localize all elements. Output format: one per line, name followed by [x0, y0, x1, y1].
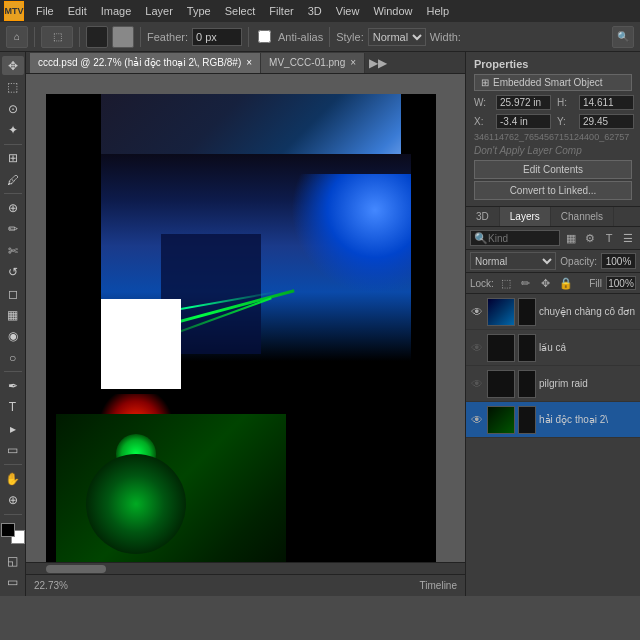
layer-visibility-toggle[interactable]: 👁: [470, 341, 484, 355]
tab-more-btn[interactable]: ▶▶: [369, 56, 387, 70]
tab-layers[interactable]: Layers: [500, 207, 551, 226]
lock-pixels-btn[interactable]: ⬚: [498, 275, 514, 291]
width-label: Width:: [430, 31, 461, 43]
tab-cccd-close[interactable]: ×: [246, 57, 252, 68]
layer-mask-thumbnail: [518, 298, 536, 326]
layer-preview-bottom: [56, 414, 286, 562]
menu-view[interactable]: View: [330, 3, 366, 19]
clone-stamp-tool[interactable]: ✄: [2, 241, 24, 260]
layer-filter-icon2[interactable]: ⚙: [582, 230, 598, 246]
brush-tool[interactable]: ✏: [2, 220, 24, 239]
lock-all-btn[interactable]: 🔒: [558, 275, 574, 291]
tab-mv-close[interactable]: ×: [350, 57, 356, 68]
path-selection-tool[interactable]: ▸: [2, 419, 24, 438]
history-brush-tool[interactable]: ↺: [2, 262, 24, 281]
text-tool[interactable]: T: [2, 398, 24, 417]
hand-tool[interactable]: ✋: [2, 469, 24, 488]
convert-to-linked-button[interactable]: Convert to Linked...: [474, 181, 632, 200]
color-swatches[interactable]: [1, 523, 25, 544]
layer-visibility-toggle[interactable]: 👁: [470, 305, 484, 319]
menu-window[interactable]: Window: [367, 3, 418, 19]
menu-edit[interactable]: Edit: [62, 3, 93, 19]
quick-mask-tool[interactable]: ◱: [2, 551, 24, 570]
menu-type[interactable]: Type: [181, 3, 217, 19]
sep1: [34, 27, 35, 47]
lock-move-btn[interactable]: ✥: [538, 275, 554, 291]
menu-image[interactable]: Image: [95, 3, 138, 19]
style-select[interactable]: Normal: [368, 28, 426, 46]
layer-filter-icon1[interactable]: ▦: [563, 230, 579, 246]
lock-row: Lock: ⬚ ✏ ✥ 🔒 Fill: [466, 273, 640, 294]
x-label: X:: [474, 116, 490, 127]
move-tool[interactable]: ✥: [2, 56, 24, 75]
opacity-input[interactable]: [601, 253, 636, 269]
fill-label: Fill: [589, 278, 602, 289]
eraser-tool[interactable]: ◻: [2, 284, 24, 303]
marquee-tool[interactable]: ⬚: [2, 77, 24, 96]
layers-search-input[interactable]: [488, 233, 556, 244]
screen-mode-tool[interactable]: ▭: [2, 573, 24, 592]
lasso-tool[interactable]: ⊙: [2, 99, 24, 118]
fill-input[interactable]: [606, 276, 636, 290]
horizontal-scrollbar[interactable]: [26, 562, 465, 574]
zoom-level: 22.73%: [34, 580, 68, 591]
options-toolbar: ⌂ ⬚ Feather: Anti-alias Style: Normal Wi…: [0, 22, 640, 52]
embedded-label: Embedded Smart Object: [493, 77, 603, 88]
lock-label: Lock:: [470, 278, 494, 289]
lock-position-btn[interactable]: ✏: [518, 275, 534, 291]
layer-visibility-toggle[interactable]: 👁: [470, 377, 484, 391]
search-button[interactable]: 🔍: [612, 26, 634, 48]
edit-contents-button[interactable]: Edit Contents: [474, 160, 632, 179]
menu-3d[interactable]: 3D: [302, 3, 328, 19]
eyedropper-tool[interactable]: 🖊: [2, 170, 24, 189]
layer-visibility-toggle[interactable]: 👁: [470, 413, 484, 427]
width-row: W: 25.972 in H: 14.611: [470, 93, 636, 112]
layer-item[interactable]: 👁 pilgrim raid: [466, 366, 640, 402]
tab-channels[interactable]: Channels: [551, 207, 614, 226]
bottom-face: [86, 454, 186, 554]
timeline-button[interactable]: Timeline: [420, 580, 457, 591]
magic-wand-tool[interactable]: ✦: [2, 120, 24, 139]
bg-color-btn[interactable]: [112, 26, 134, 48]
menu-select[interactable]: Select: [219, 3, 262, 19]
home-button[interactable]: ⌂: [6, 26, 28, 48]
layer-item[interactable]: 👁 chuyện chàng cô đơn: [466, 294, 640, 330]
menu-file[interactable]: File: [30, 3, 60, 19]
feather-input[interactable]: [192, 28, 242, 46]
shape-tool[interactable]: ▭: [2, 441, 24, 460]
gradient-tool[interactable]: ▦: [2, 305, 24, 324]
layer-item[interactable]: 👁 lấu cá: [466, 330, 640, 366]
crop-tool[interactable]: ⊞: [2, 149, 24, 168]
canvas-document: [46, 94, 436, 562]
marquee-tool-btn[interactable]: ⬚: [41, 26, 73, 48]
blur-tool[interactable]: ◉: [2, 327, 24, 346]
healing-brush-tool[interactable]: ⊕: [2, 198, 24, 217]
layer-filter-icon4[interactable]: ☰: [620, 230, 636, 246]
h-scrollbar-thumb[interactable]: [46, 565, 106, 573]
tab-mv[interactable]: MV_CCC-01.png ×: [261, 53, 365, 73]
zoom-tool[interactable]: ⊕: [2, 490, 24, 509]
layer-filter-icon3[interactable]: T: [601, 230, 617, 246]
canvas-workspace[interactable]: [26, 74, 465, 562]
menu-filter[interactable]: Filter: [263, 3, 299, 19]
layer-name: chuyện chàng cô đơn: [539, 306, 636, 317]
tab-3d[interactable]: 3D: [466, 207, 500, 226]
anti-alias-checkbox[interactable]: [258, 30, 271, 43]
menu-layer[interactable]: Layer: [139, 3, 179, 19]
h-value: 14.611: [579, 95, 634, 110]
foreground-color-swatch[interactable]: [1, 523, 15, 537]
pen-tool[interactable]: ✒: [2, 376, 24, 395]
dodge-tool[interactable]: ○: [2, 348, 24, 367]
sep4: [248, 27, 249, 47]
layers-filter-dropdown[interactable]: 🔍: [470, 230, 560, 246]
status-bar: 22.73% Timeline: [26, 574, 465, 596]
menu-bar: MTV File Edit Image Layer Type Select Fi…: [0, 0, 640, 22]
layer-item[interactable]: 👁 hải độc thoại 2\: [466, 402, 640, 438]
layers-section: 3D Layers Channels 🔍 ▦ ⚙ T ☰ Normal: [466, 207, 640, 596]
tool-sep5: [4, 514, 22, 515]
menu-help[interactable]: Help: [421, 3, 456, 19]
blend-mode-select[interactable]: Normal: [470, 252, 556, 270]
fg-color-btn[interactable]: [86, 26, 108, 48]
w-label: W:: [474, 97, 490, 108]
tab-cccd[interactable]: cccd.psd @ 22.7% (hải độc thoại 2\, RGB/…: [30, 53, 261, 73]
